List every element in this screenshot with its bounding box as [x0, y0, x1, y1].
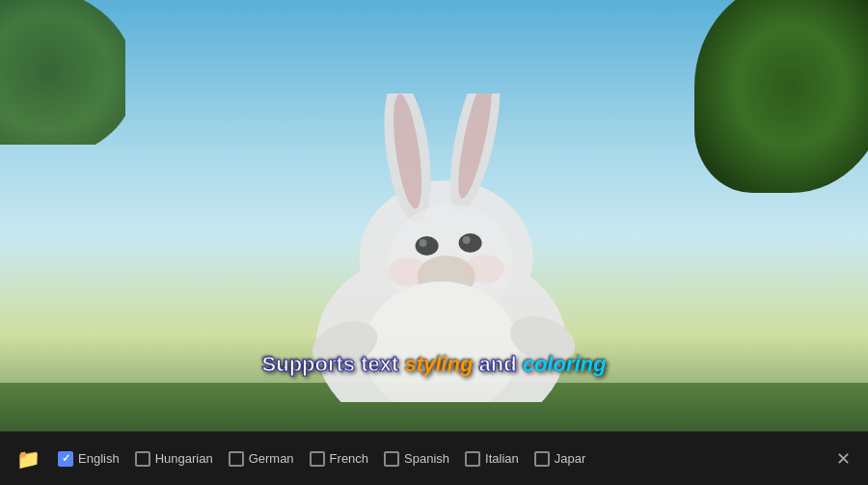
app: Supports text styling and coloring 📁 Eng… [0, 0, 868, 485]
subtitle-part4: coloring [523, 352, 607, 376]
svg-point-10 [463, 236, 471, 244]
lang-checkbox-hungarian[interactable] [135, 451, 150, 467]
svg-point-7 [416, 236, 439, 256]
language-list: EnglishHungarianGermanFrenchSpanishItali… [52, 447, 822, 471]
lang-checkbox-english[interactable] [58, 451, 73, 467]
lang-checkbox-spanish[interactable] [384, 451, 399, 467]
folder-icon: 📁 [16, 447, 41, 471]
svg-point-12 [389, 257, 427, 286]
open-folder-button[interactable]: 📁 [10, 441, 46, 477]
lang-label-german: German [249, 451, 294, 466]
lang-label-hungarian: Hungarian [155, 451, 213, 466]
lang-checkbox-french[interactable] [310, 451, 325, 467]
svg-point-13 [466, 255, 504, 283]
lang-label-italian: Italian [485, 451, 519, 466]
lang-label-french: French [330, 451, 368, 466]
svg-point-9 [420, 239, 427, 247]
lang-item-german[interactable]: German [223, 447, 300, 471]
foliage-left [0, 0, 125, 145]
lang-item-italian[interactable]: Italian [459, 447, 525, 471]
lang-item-hungarian[interactable]: Hungarian [129, 447, 219, 471]
lang-label-japanese: Japar [555, 451, 586, 466]
lang-item-french[interactable]: French [304, 447, 374, 471]
lang-item-japanese[interactable]: Japar [529, 447, 592, 471]
lang-checkbox-japanese[interactable] [534, 451, 550, 467]
svg-point-8 [459, 233, 482, 253]
toolbar: 📁 EnglishHungarianGermanFrenchSpanishIta… [0, 431, 868, 485]
lang-checkbox-italian[interactable] [465, 451, 480, 467]
close-icon: ✕ [836, 448, 851, 470]
video-area: Supports text styling and coloring [0, 0, 868, 431]
tree-decoration [694, 0, 868, 193]
subtitle-overlay: Supports text styling and coloring [0, 348, 868, 381]
lang-item-spanish[interactable]: Spanish [378, 447, 455, 471]
close-button[interactable]: ✕ [827, 444, 858, 474]
lang-label-spanish: Spanish [404, 451, 449, 466]
lang-checkbox-german[interactable] [229, 451, 244, 467]
subtitle-part3: and [473, 352, 522, 376]
subtitle-part1: Supports text [262, 352, 405, 376]
lang-item-english[interactable]: English [52, 447, 125, 471]
lang-label-english: English [78, 451, 120, 466]
subtitle-text: Supports text styling and coloring [251, 348, 618, 381]
subtitle-part2: styling [404, 352, 473, 376]
